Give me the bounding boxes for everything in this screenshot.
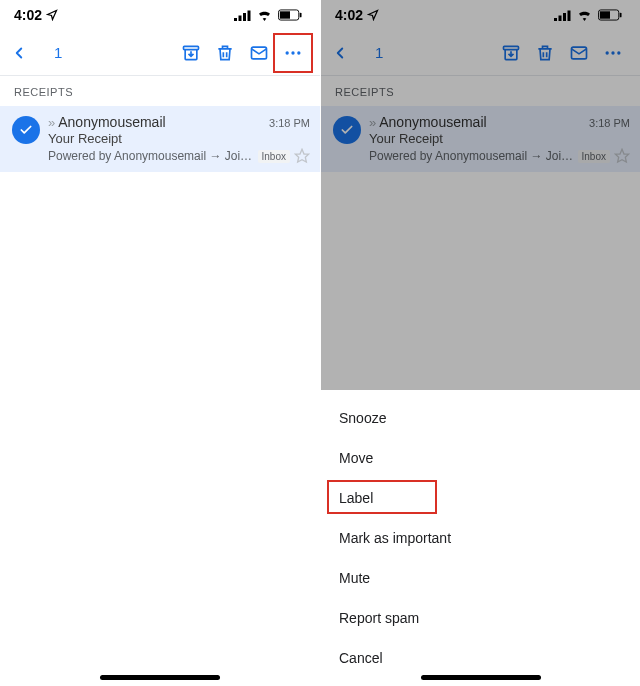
home-indicator	[100, 675, 220, 680]
svg-rect-5	[280, 11, 290, 18]
section-header: RECEIPTS	[0, 76, 320, 106]
svg-point-11	[297, 51, 300, 54]
status-bar: 4:02	[0, 0, 320, 30]
svg-marker-12	[295, 149, 308, 162]
status-indicators	[234, 9, 302, 21]
sheet-item-mute[interactable]: Mute	[321, 558, 640, 598]
sheet-item-label: Mark as important	[339, 530, 451, 546]
selection-toolbar: 1	[0, 30, 320, 76]
home-indicator	[421, 675, 541, 680]
mail-label-chip: Inbox	[258, 150, 290, 163]
sheet-item-label: Cancel	[339, 650, 383, 666]
mail-sender: Anonymousemail	[58, 114, 165, 130]
sheet-item-snooze[interactable]: Snooze	[321, 398, 640, 438]
svg-rect-1	[239, 15, 242, 21]
svg-rect-2	[243, 13, 246, 21]
archive-button[interactable]	[174, 36, 208, 70]
more-button[interactable]	[276, 36, 310, 70]
svg-rect-0	[234, 18, 237, 21]
sheet-item-label: Snooze	[339, 410, 386, 426]
sheet-item-move[interactable]: Move	[321, 438, 640, 478]
selection-count: 1	[54, 44, 62, 61]
selection-check-icon[interactable]	[12, 116, 40, 144]
sheet-item-label: Move	[339, 450, 373, 466]
mail-snippet: Powered by Anonymousemail → Join…	[48, 149, 254, 163]
svg-point-9	[286, 51, 289, 54]
signal-icon	[234, 10, 251, 21]
svg-point-10	[291, 51, 294, 54]
importance-marker-icon: »	[48, 115, 55, 130]
mail-subject: Your Receipt	[48, 131, 310, 146]
delete-button[interactable]	[208, 36, 242, 70]
svg-rect-7	[184, 46, 199, 49]
screenshot-right: 4:02 1	[320, 0, 640, 686]
modal-overlay[interactable]	[321, 0, 640, 397]
wifi-icon	[257, 10, 272, 21]
screenshot-left: 4:02 1	[0, 0, 320, 686]
sheet-item-label: Report spam	[339, 610, 419, 626]
sheet-item-label: Mute	[339, 570, 370, 586]
action-sheet: Snooze Move Label Mark as important Mute…	[321, 390, 640, 686]
status-time: 4:02	[14, 7, 42, 23]
sheet-item-cancel[interactable]: Cancel	[321, 638, 640, 678]
sheet-item-label[interactable]: Label	[321, 478, 640, 518]
back-button[interactable]	[10, 44, 28, 62]
mail-time: 3:18 PM	[269, 117, 310, 129]
sheet-item-label: Label	[339, 490, 373, 506]
sheet-item-report-spam[interactable]: Report spam	[321, 598, 640, 638]
star-button[interactable]	[294, 148, 310, 164]
svg-rect-3	[248, 10, 251, 21]
mark-unread-button[interactable]	[242, 36, 276, 70]
battery-icon	[278, 9, 302, 21]
location-icon	[46, 9, 58, 21]
sheet-item-mark-important[interactable]: Mark as important	[321, 518, 640, 558]
svg-rect-6	[300, 13, 302, 18]
mail-item[interactable]: » Anonymousemail 3:18 PM Your Receipt Po…	[0, 106, 320, 172]
